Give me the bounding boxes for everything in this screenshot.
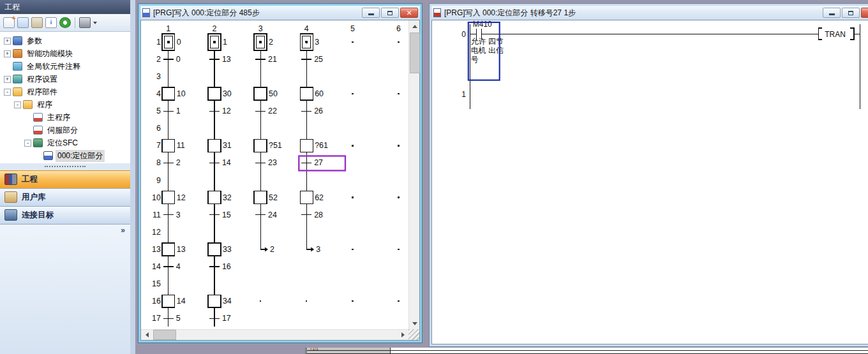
sfc-tran[interactable]: 5	[163, 314, 181, 323]
sfc-tran[interactable]: 15	[209, 210, 231, 219]
sfc-jump[interactable]: 2	[260, 245, 274, 254]
nav-button[interactable]: 工程	[0, 170, 130, 188]
mdi-workspace: [PRG]写入 000:定位部分 485步 ✕ 1234561234567891…	[135, 0, 868, 354]
nav-button[interactable]: 连接目标	[0, 206, 130, 224]
svg-text:27: 27	[314, 158, 323, 167]
sfc-jump[interactable]: 3	[306, 245, 320, 254]
sfc-horizontal-scrollbar[interactable]	[141, 329, 408, 340]
sfc-step[interactable]: 62	[300, 191, 324, 204]
tree-item[interactable]: -定位SFC	[0, 136, 130, 149]
refresh-icon[interactable]	[59, 17, 71, 28]
sfc-step[interactable]: 34	[208, 295, 232, 307]
sfc-tran[interactable]: 28	[301, 210, 323, 219]
svg-text:31: 31	[223, 141, 232, 150]
sfc-tran[interactable]: 0	[163, 55, 181, 64]
tree-expand-toggle[interactable]: +	[4, 38, 11, 45]
restore-button[interactable]	[381, 8, 399, 18]
scroll-left-button[interactable]	[141, 330, 152, 341]
restore-button[interactable]	[842, 8, 860, 18]
sfc-initial[interactable]: 1	[208, 34, 227, 50]
sfc-step[interactable]: 14	[162, 295, 186, 307]
sfc-step[interactable]: ?61	[300, 139, 328, 152]
sfc-canvas[interactable]: 1234561234567891011121314151617001011121…	[141, 20, 408, 329]
tree-item[interactable]: +程序设置	[0, 73, 130, 85]
minimize-button[interactable]	[362, 8, 380, 18]
sfc-step[interactable]: 13	[162, 243, 186, 256]
tree-item[interactable]: 000:定位部分	[0, 149, 130, 162]
tree-expand-toggle[interactable]: +	[4, 76, 11, 83]
sfc-step[interactable]: 52	[254, 191, 278, 204]
sfc-tran[interactable]: 23	[255, 158, 277, 167]
chevron-icon[interactable]: »	[121, 226, 125, 354]
sfc-initial[interactable]: 3	[300, 34, 319, 50]
scroll-right-button[interactable]	[398, 330, 408, 341]
sfc-step[interactable]: 32	[208, 191, 232, 204]
module-icon	[13, 49, 22, 58]
sfc-tran[interactable]: 1	[163, 107, 181, 115]
svg-text:16: 16	[222, 262, 231, 271]
close-button[interactable]: ✕	[400, 8, 418, 18]
sfc-step[interactable]: 33	[208, 243, 232, 256]
copy-icon[interactable]	[17, 17, 29, 28]
sfc-initial[interactable]: 0	[162, 34, 181, 50]
tran-coil[interactable]: TRAN	[818, 28, 860, 40]
ladder-contact[interactable]: M410允许 四节电机 出信号	[468, 20, 818, 80]
sfc-step[interactable]: 11	[162, 139, 185, 152]
sfc-tran[interactable]: 21	[255, 55, 277, 64]
resize-grip[interactable]	[408, 329, 419, 340]
sfc-tran[interactable]: 3	[163, 210, 181, 219]
sfc-tran[interactable]: 2	[163, 158, 181, 167]
sfc-tran[interactable]: 13	[209, 55, 231, 64]
sfc-step[interactable]: ?51	[254, 139, 282, 152]
sfc-step[interactable]: 60	[300, 87, 324, 100]
sfc-tran[interactable]: 25	[301, 55, 323, 64]
tree-item[interactable]: 主程序	[0, 111, 130, 124]
scroll-down-button[interactable]	[409, 318, 420, 329]
nav-button[interactable]: 用户库	[0, 188, 130, 206]
tree-expand-toggle[interactable]: -	[24, 140, 31, 147]
tree-item[interactable]: 全局软元件注释	[0, 60, 130, 73]
ladder-canvas[interactable]: 01M410允许 四节电机 出信号TRAN	[432, 20, 868, 344]
property-icon[interactable]: i	[45, 17, 57, 28]
vertical-scroll-thumb[interactable]	[410, 33, 420, 73]
sfc-tran[interactable]: 12	[209, 107, 231, 115]
dropdown-arrow-icon[interactable]	[93, 22, 97, 26]
sfc-tran[interactable]: 27	[301, 158, 323, 167]
panel-splitter[interactable]	[0, 163, 130, 170]
close-button[interactable]: ✕	[861, 8, 868, 18]
sfc-tran[interactable]: 16	[209, 262, 231, 271]
sfc-tran[interactable]: 24	[255, 210, 277, 219]
svg-text:6: 6	[156, 124, 161, 133]
sfc-tran[interactable]: 17	[209, 314, 231, 323]
ladder-window-titlebar[interactable]: [PRG]写入 000:定位部分 转移号27 1步 ✕	[431, 6, 868, 20]
sfc-step[interactable]: 50	[254, 87, 278, 100]
sfc-tran[interactable]: 26	[301, 107, 323, 115]
sfc-window-titlebar[interactable]: [PRG]写入 000:定位部分 485步 ✕	[140, 6, 420, 20]
sfc-step[interactable]: 12	[162, 191, 186, 204]
sfc-tran[interactable]: 14	[209, 158, 231, 167]
tree-item[interactable]: -程序	[0, 98, 130, 111]
svg-text:4: 4	[176, 262, 181, 271]
sfc-tran[interactable]: 4	[163, 262, 181, 271]
sort-icon[interactable]	[79, 17, 91, 28]
sfc-initial[interactable]: 2	[254, 34, 273, 50]
tree-item[interactable]: 伺服部分	[0, 124, 130, 136]
sfc-step[interactable]: 30	[208, 87, 232, 100]
tree-item[interactable]: +参数	[0, 34, 130, 47]
sfc-editor-client: 1234561234567891011121314151617001011121…	[140, 20, 420, 341]
sfc-tran[interactable]: 22	[255, 107, 277, 115]
sfc-step[interactable]: 31	[208, 139, 232, 152]
tree-item[interactable]: -程序部件	[0, 85, 130, 98]
scroll-up-button[interactable]	[409, 20, 420, 31]
sfc-step[interactable]: 10	[162, 87, 186, 100]
tree-expand-toggle[interactable]: +	[4, 50, 11, 57]
minimize-button[interactable]	[823, 8, 841, 18]
tree-expand-toggle[interactable]: -	[4, 89, 11, 96]
sfc-vertical-scrollbar[interactable]	[408, 20, 419, 329]
tree-expand-toggle[interactable]: -	[14, 101, 21, 108]
new-project-icon[interactable]	[3, 17, 15, 28]
horizontal-scroll-thumb[interactable]	[153, 330, 176, 340]
svg-text:15: 15	[152, 279, 161, 288]
tree-item[interactable]: +智能功能模块	[0, 47, 130, 60]
paste-icon[interactable]	[31, 17, 43, 28]
